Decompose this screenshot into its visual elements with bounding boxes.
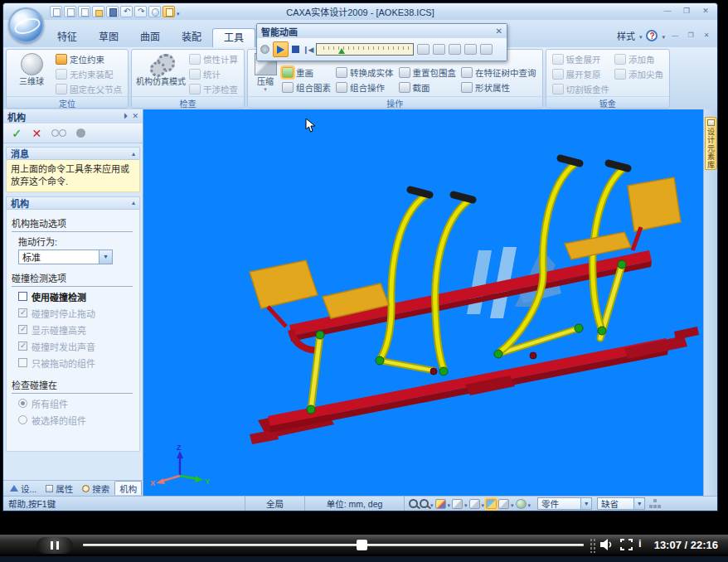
timeline-thumb[interactable] <box>338 48 345 54</box>
radio-icon[interactable] <box>18 415 27 424</box>
save-icon[interactable] <box>106 6 119 17</box>
spline-path-icon[interactable] <box>433 44 445 55</box>
checkbox-sound-on-collision[interactable]: 碰撞时发出声音 <box>18 340 139 353</box>
minimize-button[interactable]: — <box>661 6 674 17</box>
checkbox-dragged-only[interactable]: 只被拖动的组件 <box>18 356 139 370</box>
color-mode-icon[interactable] <box>435 499 446 509</box>
open-icon[interactable] <box>92 6 104 17</box>
doc-minimize-button[interactable]: — <box>669 31 681 41</box>
motion-curve-icon[interactable] <box>464 44 477 55</box>
undo-icon[interactable] <box>120 6 133 17</box>
go-to-start-icon[interactable]: ❙◀ <box>303 46 313 54</box>
chevron-down-icon[interactable]: ▼ <box>99 250 112 264</box>
glasses-icon[interactable] <box>51 129 66 137</box>
mechanism-sim-mode-button[interactable]: 机构仿真模式 <box>135 51 187 96</box>
checkbox-icon[interactable] <box>18 358 27 367</box>
volume-icon[interactable] <box>600 539 614 550</box>
toolbar-options-arrow-icon[interactable] <box>177 4 184 19</box>
drag-behavior-select[interactable]: 标准 ▼ <box>18 250 113 264</box>
zoom-icon[interactable] <box>409 499 418 508</box>
redo-icon[interactable] <box>134 6 147 17</box>
tab-assembly[interactable]: 装配 <box>171 28 212 47</box>
hierarchy-icon[interactable] <box>649 499 661 509</box>
tab-surface[interactable]: 曲面 <box>129 28 171 47</box>
view-cube-icon[interactable] <box>452 499 463 509</box>
reset-bounding-box-button[interactable]: 重置包围盒 <box>396 65 459 80</box>
checkbox-icon[interactable] <box>18 292 27 301</box>
application-menu-button[interactable] <box>8 7 44 43</box>
camera-icon[interactable] <box>480 44 493 55</box>
radio-all-components[interactable]: 所有组件 <box>18 397 139 410</box>
interference-check-button[interactable]: 干涉检查 <box>187 81 240 96</box>
video-progress-handle[interactable] <box>357 540 367 550</box>
inertia-calc-button[interactable]: 惯性计算 <box>187 51 240 66</box>
radio-icon[interactable] <box>18 399 27 408</box>
camera-view-icon[interactable] <box>469 499 480 509</box>
fix-to-parent-button[interactable]: 固定在父节点 <box>53 81 124 96</box>
pause-button[interactable] <box>36 537 73 554</box>
view-dropdown-icon[interactable] <box>464 499 468 509</box>
viewport-3d[interactable]: Z X Y <box>143 109 703 496</box>
redraw-button[interactable]: 重画 <box>279 65 333 80</box>
help-dropdown-arrow-icon[interactable] <box>662 31 665 41</box>
wireframe-display-icon[interactable] <box>498 499 509 509</box>
mechanism-section-header[interactable]: 机构▴ <box>6 196 140 210</box>
query-feature-tree-button[interactable]: 在特征树中查询 <box>459 65 539 80</box>
checkbox-stop-on-collision[interactable]: 碰撞时停止拖动 <box>18 307 139 320</box>
checkbox-icon[interactable] <box>18 308 27 317</box>
zoom-dynamic-icon[interactable] <box>420 499 429 508</box>
radio-selected-components[interactable]: 被选择的组件 <box>18 414 139 427</box>
video-progress-track[interactable] <box>83 544 584 546</box>
shape-properties-button[interactable]: 形状属性 <box>459 80 539 94</box>
close-button[interactable]: ✕ <box>699 6 712 17</box>
chevron-down-icon[interactable]: ▼ <box>633 498 644 509</box>
panel-close-icon[interactable]: ✕ <box>132 112 138 121</box>
checkbox-highlight-collision[interactable]: 显示碰撞高亮 <box>18 323 139 337</box>
tab-sketch[interactable]: 草图 <box>88 28 129 47</box>
part-mode-select[interactable]: 零件 ▼ <box>537 497 592 510</box>
tab-tools[interactable]: 工具 <box>212 28 255 47</box>
color-dropdown-icon[interactable] <box>448 499 451 509</box>
restore-button[interactable]: ❐ <box>680 6 693 17</box>
play-button[interactable] <box>273 41 289 57</box>
default-style-select[interactable]: 缺省 ▼ <box>597 497 645 510</box>
display-dropdown-icon[interactable] <box>511 499 514 509</box>
statistics-button[interactable]: 统计 <box>187 66 240 81</box>
style-menu[interactable]: 样式 <box>617 29 635 42</box>
camera-dropdown-icon[interactable] <box>482 499 485 509</box>
convert-to-solid-button[interactable]: 转换成实体 <box>333 65 396 80</box>
fullscreen-icon[interactable] <box>620 539 633 550</box>
shaded-display-icon[interactable] <box>486 499 497 509</box>
help-icon[interactable]: ? <box>646 30 658 41</box>
stop-icon[interactable] <box>292 46 299 53</box>
sheetmetal-unfold-button[interactable]: 钣金展开 <box>550 51 613 66</box>
render-icon[interactable] <box>148 6 161 17</box>
tab-properties[interactable]: 属性 <box>41 482 77 495</box>
unfold-restore-button[interactable]: 展开复原 <box>550 66 613 81</box>
model-3d[interactable] <box>143 109 703 496</box>
pin-icon[interactable]: 🞂 <box>124 112 128 121</box>
doc-restore-button[interactable]: ❐ <box>685 31 696 41</box>
record-icon[interactable] <box>260 45 269 54</box>
render-dropdown-icon[interactable] <box>528 499 531 509</box>
info-icon[interactable]: i <box>638 537 642 550</box>
checkbox-use-collision[interactable]: 使用碰撞检测 <box>18 290 139 303</box>
combine-elements-button[interactable]: 组合图素 <box>279 80 333 94</box>
cancel-button[interactable]: ✕ <box>32 128 42 139</box>
tab-features[interactable]: 特征 <box>46 28 88 47</box>
add-miter-button[interactable]: 添加尖角 <box>612 66 666 81</box>
add-corner-button[interactable]: 添加角 <box>612 51 666 66</box>
clapperboard-icon[interactable] <box>417 44 430 55</box>
suppress-dropdown-icon[interactable]: ▾ <box>264 86 267 93</box>
message-section-header[interactable]: 消息▴ <box>6 147 140 160</box>
design-library-tab[interactable]: 设计元素库 <box>705 117 717 170</box>
checkbox-icon[interactable] <box>18 325 27 334</box>
edit-icon[interactable] <box>78 6 90 17</box>
tab-mechanism[interactable]: 机构 <box>114 481 142 495</box>
tab-search[interactable]: 搜索 <box>78 482 114 495</box>
positioning-constraint-button[interactable]: 定位约束 <box>53 51 124 66</box>
cut-sheetmetal-button[interactable]: 切割钣金件 <box>550 81 613 96</box>
chevron-down-icon[interactable]: ▼ <box>580 498 591 509</box>
section-button[interactable]: 截面 <box>396 80 459 94</box>
render-mode-icon[interactable] <box>516 499 527 509</box>
